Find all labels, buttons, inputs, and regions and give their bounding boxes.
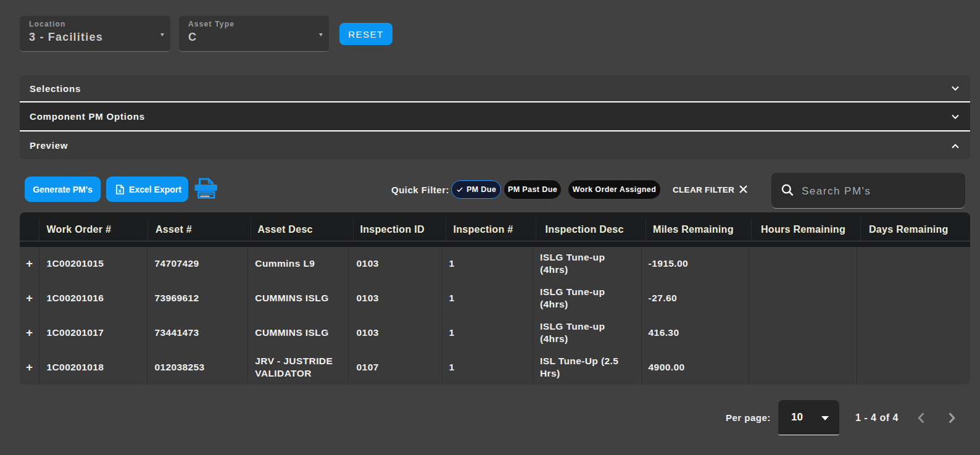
svg-text:x: x [118, 187, 122, 194]
